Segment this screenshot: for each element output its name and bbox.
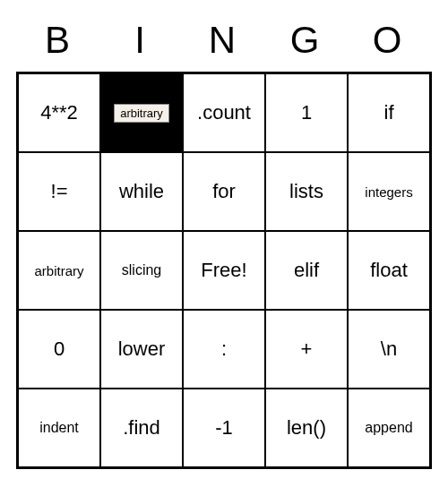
bingo-cell[interactable]: float [348, 231, 430, 310]
bingo-cell[interactable]: while [100, 152, 183, 231]
bingo-cell[interactable]: for [183, 152, 265, 231]
header-b: B [16, 9, 99, 72]
bingo-cell-label: arbitrary [114, 104, 169, 123]
header-i: I [99, 9, 181, 72]
bingo-grid: 4**2arbitrary.count1if!=whileforlistsint… [16, 72, 432, 469]
bingo-cell[interactable]: elif [265, 231, 348, 310]
bingo-header-row: B I N G O [16, 9, 432, 72]
bingo-cell[interactable]: len() [265, 389, 348, 467]
bingo-row: indent.find-1len()append [18, 389, 430, 467]
bingo-cell[interactable]: \n [348, 310, 430, 389]
bingo-cell[interactable]: append [348, 389, 430, 467]
bingo-cell[interactable]: slicing [100, 231, 183, 310]
bingo-cell[interactable]: .count [183, 73, 265, 152]
bingo-cell[interactable]: 4**2 [18, 73, 100, 152]
bingo-cell[interactable]: indent [18, 389, 100, 467]
bingo-row: 4**2arbitrary.count1if [18, 73, 430, 152]
header-g: G [263, 9, 346, 72]
bingo-cell[interactable]: 1 [265, 73, 348, 152]
bingo-cell[interactable]: -1 [183, 389, 265, 467]
bingo-cell[interactable]: : [183, 310, 265, 389]
bingo-row: !=whileforlistsintegers [18, 152, 430, 231]
bingo-cell[interactable]: Free! [183, 231, 265, 310]
bingo-row: arbitraryslicingFree!eliffloat [18, 231, 430, 310]
bingo-cell[interactable]: .find [100, 389, 183, 467]
bingo-cell[interactable]: != [18, 152, 100, 231]
bingo-cell[interactable]: 0 [18, 310, 100, 389]
header-o: O [346, 9, 428, 72]
bingo-cell[interactable]: arbitrary [18, 231, 100, 310]
header-n: N [181, 9, 263, 72]
bingo-card: B I N G O 4**2arbitrary.count1if!=whilef… [16, 9, 432, 469]
bingo-cell[interactable]: arbitrary [100, 73, 183, 152]
bingo-cell[interactable]: lower [100, 310, 183, 389]
bingo-cell[interactable]: if [348, 73, 430, 152]
bingo-cell[interactable]: + [265, 310, 348, 389]
bingo-cell[interactable]: integers [348, 152, 430, 231]
bingo-row: 0lower:+\n [18, 310, 430, 389]
bingo-cell[interactable]: lists [265, 152, 348, 231]
